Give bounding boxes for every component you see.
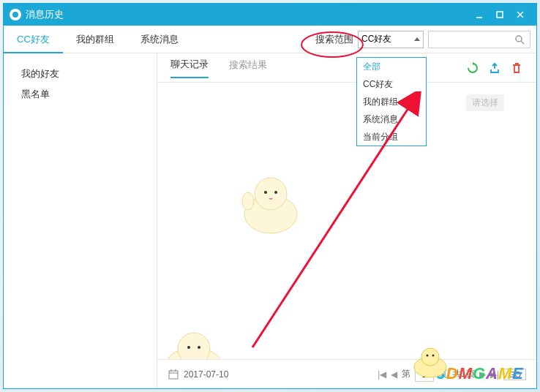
svg-rect-1 bbox=[497, 12, 503, 18]
svg-point-13 bbox=[187, 346, 190, 349]
svg-point-23 bbox=[432, 355, 435, 357]
search-icon bbox=[514, 34, 525, 45]
titlebar: 消息历史 bbox=[4, 4, 536, 26]
main-panel: 聊天记录 搜索结果 请选择 bbox=[157, 53, 536, 388]
mascot-icon bbox=[230, 163, 311, 244]
export-button[interactable] bbox=[488, 61, 501, 75]
caret-up-icon bbox=[414, 37, 420, 41]
search-scope-value: CC好友 bbox=[361, 33, 391, 45]
dropdown-option-my-groups[interactable]: 我的群组 bbox=[357, 93, 426, 110]
sidebar: 我的好友 黑名单 bbox=[4, 53, 157, 388]
content-area: 请选择 bbox=[157, 83, 536, 359]
nav-tabs: CC好友 我的群组 系统消息 bbox=[4, 26, 192, 53]
search-scope-label: 搜索范围 bbox=[315, 33, 353, 46]
sidebar-item-my-friends[interactable]: 我的好友 bbox=[21, 64, 157, 84]
page-prev-button[interactable]: ◀ bbox=[391, 369, 397, 380]
search-button[interactable] bbox=[511, 31, 528, 48]
nav-system-msgs[interactable]: 系统消息 bbox=[127, 26, 192, 53]
search-scope-select[interactable]: CC好友 bbox=[358, 31, 424, 48]
nav-cc-friends[interactable]: CC好友 bbox=[4, 26, 63, 53]
delete-button[interactable] bbox=[510, 61, 523, 75]
toolbar-icons bbox=[466, 61, 523, 75]
sidebar-item-blacklist[interactable]: 黑名单 bbox=[21, 84, 157, 105]
trash-icon bbox=[511, 62, 522, 74]
dropdown-option-cc-friends[interactable]: CC好友 bbox=[357, 75, 426, 93]
page-go-button[interactable]: GO bbox=[503, 369, 526, 380]
svg-point-10 bbox=[242, 192, 254, 210]
svg-rect-15 bbox=[169, 371, 178, 379]
page-last-button[interactable]: ▶| bbox=[490, 369, 499, 380]
footer-date[interactable]: 2017-07-10 bbox=[184, 369, 228, 380]
minimize-button[interactable] bbox=[469, 4, 490, 26]
refresh-button[interactable] bbox=[466, 61, 479, 75]
svg-point-4 bbox=[516, 36, 522, 42]
nav-my-groups[interactable]: 我的群组 bbox=[63, 26, 127, 53]
close-button[interactable] bbox=[510, 4, 530, 26]
mascot-icon bbox=[157, 324, 238, 359]
search-input-wrap bbox=[428, 31, 530, 48]
app-window: 消息历史 CC好友 我的群组 系统消息 搜索范围 CC好友 全部 CC好友 我的… bbox=[3, 3, 537, 389]
svg-point-8 bbox=[264, 191, 267, 194]
tab-search-results[interactable]: 搜索结果 bbox=[229, 59, 267, 78]
search-input[interactable] bbox=[429, 31, 511, 48]
export-icon bbox=[489, 62, 500, 74]
page-next-button[interactable]: ▶ bbox=[479, 369, 486, 380]
search-scope-dropdown: 全部 CC好友 我的群组 系统消息 当前分组 bbox=[356, 57, 427, 146]
topbar: CC好友 我的群组 系统消息 搜索范围 CC好友 全部 CC好友 我的群组 系统… bbox=[4, 26, 536, 53]
maximize-button[interactable] bbox=[490, 4, 510, 26]
dropdown-option-current-group[interactable]: 当前分组 bbox=[357, 128, 426, 146]
svg-point-12 bbox=[178, 333, 210, 359]
svg-point-22 bbox=[427, 355, 429, 357]
footer: 2017-07-10 |◀ ◀ 第 页, 共1页 ▶ ▶| GO bbox=[157, 359, 536, 388]
body: 我的好友 黑名单 聊天记录 搜索结果 请选择 bbox=[4, 53, 536, 388]
svg-line-5 bbox=[521, 41, 524, 44]
dropdown-option-all[interactable]: 全部 bbox=[357, 58, 426, 75]
svg-point-9 bbox=[274, 191, 277, 194]
app-logo-icon bbox=[10, 9, 21, 20]
dropdown-option-system-msgs[interactable]: 系统消息 bbox=[357, 110, 426, 128]
svg-point-21 bbox=[421, 348, 439, 366]
tab-chat-log[interactable]: 聊天记录 bbox=[170, 58, 209, 78]
page-first-button[interactable]: |◀ bbox=[378, 369, 386, 380]
calendar-icon[interactable] bbox=[168, 369, 179, 380]
tabs-row: 聊天记录 搜索结果 bbox=[157, 53, 536, 83]
refresh-icon bbox=[467, 62, 479, 74]
svg-point-7 bbox=[255, 178, 287, 210]
mascot-icon bbox=[408, 344, 452, 380]
window-title: 消息历史 bbox=[26, 8, 469, 21]
content-placeholder: 请选择 bbox=[466, 94, 504, 111]
svg-point-14 bbox=[198, 346, 200, 349]
